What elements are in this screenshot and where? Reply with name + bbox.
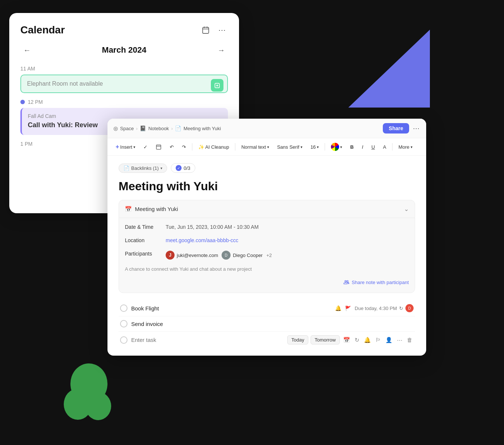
task1-bell-icon[interactable]: 🔔 — [335, 305, 341, 311]
check-btn[interactable]: ✓ — [140, 143, 150, 151]
note-badges: 📄 Backlinks (1) ▾ ✓ 0/3 — [119, 163, 415, 173]
location-row: Location meet.google.com/aaa-bbbb-ccc — [119, 234, 415, 247]
svg-rect-10 — [156, 145, 161, 149]
backlinks-chevron: ▾ — [160, 166, 162, 170]
task-bell-icon-btn[interactable]: 🔔 — [363, 336, 372, 345]
time-label-11am: 11 AM — [20, 66, 228, 72]
task-delete-icon-btn[interactable]: 🗑 — [406, 336, 414, 344]
font-btn[interactable]: Sans Serif ▾ — [274, 143, 305, 151]
task1-refresh-icon: ↻ — [399, 306, 403, 311]
breadcrumb: ◎ Space › 📓 Notebook › 📄 Meeting with Yu… — [113, 125, 221, 131]
task1-due: Due today, 4:30 PM ↻ D — [355, 304, 414, 312]
task-user-icon-btn[interactable]: 👤 — [384, 336, 394, 345]
decorative-green-blob — [63, 363, 115, 423]
meeting-card-body: Date & Time Tue, Jun 15, 2023, 10:00 AM … — [119, 218, 415, 293]
task-more-icon-btn[interactable]: ⋯ — [396, 336, 404, 345]
new-task-checkbox[interactable] — [120, 336, 127, 344]
note-content: 📄 Backlinks (1) ▾ ✓ 0/3 Meeting with Yuk… — [107, 156, 426, 356]
redo-btn[interactable]: ↷ — [179, 143, 189, 151]
insert-btn[interactable]: + Insert ▾ — [113, 142, 138, 152]
breadcrumb-page: Meeting with Yuki — [183, 126, 221, 131]
toolbar-divider3 — [325, 143, 325, 151]
task2-checkbox[interactable] — [120, 320, 127, 327]
meeting-card-calendar-icon: 📅 — [125, 206, 132, 212]
task-input-row: Today Tomorrow 📅 ↻ 🔔 🏳 👤 ⋯ 🗑 — [119, 332, 415, 348]
highlight-btn[interactable]: A — [380, 143, 389, 151]
task2-label: Send invoice — [131, 321, 414, 327]
svg-rect-3 — [203, 27, 209, 34]
task-flag-icon-btn[interactable]: 🏳 — [374, 336, 382, 344]
bold-btn[interactable]: B — [347, 143, 357, 151]
calendar-icon-btn[interactable] — [200, 24, 212, 36]
more-btn[interactable]: More ▾ — [395, 143, 415, 151]
next-month-btn[interactable]: → — [215, 43, 228, 57]
tasks-badge[interactable]: ✓ 0/3 — [171, 163, 195, 173]
underline-btn[interactable]: U — [368, 143, 378, 151]
date-label: Date & Time — [125, 224, 162, 230]
participant-2: D Diego Cooper — [222, 251, 262, 260]
participant-1: J juki@evernote.com — [166, 251, 218, 260]
breadcrumb-space: Space — [120, 126, 134, 131]
task-refresh-icon-btn[interactable]: ↻ — [354, 336, 361, 345]
task1-avatar: D — [405, 304, 414, 312]
avatar-diego: D — [222, 251, 231, 260]
task1-label: Book Flight — [131, 305, 331, 312]
new-task-input[interactable] — [131, 337, 284, 343]
prev-month-btn[interactable]: ← — [20, 43, 34, 57]
avatar-juki: J — [166, 251, 175, 260]
meeting-card-title-row: 📅 Meeting with Yuki — [125, 206, 178, 212]
space-icon: ◎ — [113, 125, 118, 131]
toolbar-divider1 — [192, 143, 192, 151]
meeting-card-header: 📅 Meeting with Yuki ⌄ — [119, 200, 415, 218]
toolbar-divider4 — [392, 143, 392, 151]
task-item-1: Book Flight 🔔 🚩 Due today, 4:30 PM ↻ D — [119, 300, 415, 316]
note-icon: 📄 — [175, 125, 181, 131]
task-item-2: Send invoice — [119, 316, 415, 332]
toolbar: + Insert ▾ ✓ ↶ ↷ ✨ AI Cleanup Normal tex… — [107, 138, 426, 156]
breadcrumb-sep1: › — [136, 126, 137, 131]
backlinks-badge[interactable]: 📄 Backlinks (1) ▾ — [119, 164, 167, 173]
time-dot — [20, 100, 25, 104]
task-calendar-icon-btn[interactable]: 📅 — [342, 336, 351, 345]
share-button[interactable]: Share — [383, 123, 409, 134]
color-circle-btn[interactable]: ▾ — [328, 141, 345, 152]
breadcrumb-bar: ◎ Space › 📓 Notebook › 📄 Meeting with Yu… — [107, 119, 426, 138]
tomorrow-btn[interactable]: Tomorrow — [311, 335, 340, 345]
toolbar-divider2 — [235, 143, 235, 151]
size-btn[interactable]: 16 ▾ — [308, 143, 322, 151]
location-label: Location — [125, 237, 162, 243]
svg-point-2 — [85, 392, 111, 420]
event-green-text: Elephant Room not available — [27, 80, 103, 87]
task1-checkbox[interactable] — [120, 304, 127, 312]
text-style-btn[interactable]: Normal text ▾ — [238, 143, 272, 151]
calendar-more-btn[interactable]: ⋯ — [216, 24, 228, 36]
month-label: March 2024 — [102, 45, 146, 55]
backlinks-icon: 📄 — [123, 165, 129, 171]
tasks-check-icon: ✓ — [176, 165, 182, 171]
participants-label: Participants — [125, 251, 162, 257]
calendar-small-btn[interactable] — [153, 142, 165, 151]
breadcrumb-sep2: › — [171, 126, 173, 131]
breadcrumb-right: Share ⋯ — [383, 123, 420, 134]
time-label-12pm: 12 PM — [20, 99, 228, 105]
note-more-button[interactable]: ⋯ — [413, 124, 420, 132]
meeting-card-collapse-icon[interactable]: ⌄ — [404, 205, 409, 212]
add-event-icon[interactable] — [211, 79, 223, 92]
participants-extra: +2 — [266, 253, 272, 258]
note-panel: ◎ Space › 📓 Notebook › 📄 Meeting with Yu… — [107, 119, 426, 356]
undo-btn[interactable]: ↶ — [167, 143, 177, 151]
note-title: Meeting with Yuki — [119, 179, 415, 193]
svg-text:D: D — [225, 253, 228, 257]
ai-cleanup-btn[interactable]: ✨ AI Cleanup — [195, 143, 232, 151]
event-purple-sub: Fall Ad Cam — [28, 113, 222, 119]
event-elephant-room[interactable]: Elephant Room not available — [20, 75, 228, 93]
task-input-actions: Today Tomorrow 📅 ↻ 🔔 🏳 👤 ⋯ 🗑 — [287, 335, 414, 345]
breadcrumb-notebook: Notebook — [148, 126, 169, 131]
task1-flag-icon[interactable]: 🚩 — [345, 306, 351, 311]
share-note-btn[interactable]: Share note with participant — [344, 279, 409, 285]
today-btn[interactable]: Today — [287, 335, 308, 345]
decorative-triangle — [348, 30, 430, 108]
location-link[interactable]: meet.google.com/aaa-bbbb-ccc — [166, 237, 238, 243]
italic-btn[interactable]: I — [359, 143, 367, 151]
meeting-description: A chance to connect with Yuki and chat a… — [119, 263, 415, 276]
